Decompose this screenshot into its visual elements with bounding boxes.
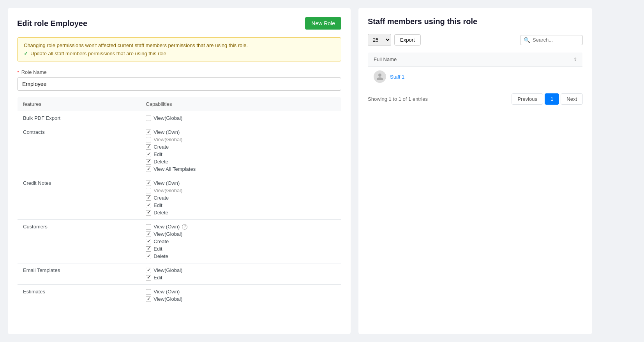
cap-label: Delete	[154, 159, 168, 165]
cap-checkbox[interactable]	[146, 116, 151, 121]
cap-checkbox[interactable]: ✓	[146, 232, 151, 237]
capability-cell: ✓View(Global)✓Edit	[140, 263, 341, 285]
cap-checkbox[interactable]: ✓	[146, 181, 151, 186]
cap-checkbox[interactable]: ✓	[146, 144, 151, 150]
cap-label: Create	[154, 144, 169, 150]
page-size-select[interactable]: 25 50 100	[368, 34, 391, 46]
check-icon: ✓	[147, 167, 150, 172]
check-icon: ✓	[147, 275, 150, 280]
check-icon: ✓	[147, 130, 150, 135]
cap-checkbox[interactable]: ✓	[146, 203, 151, 208]
table-row: Contracts✓View (Own)View(Global)✓Create✓…	[18, 125, 341, 176]
check-icon: ✓	[147, 210, 150, 215]
export-button[interactable]: Export	[394, 34, 421, 46]
cap-label: Delete	[154, 253, 168, 259]
page-title: Edit role Employee	[17, 19, 87, 28]
cap-checkbox[interactable]	[146, 188, 151, 193]
cap-item[interactable]: ✓View(Global)	[146, 231, 335, 237]
cap-checkbox[interactable]: ✓	[146, 195, 151, 201]
cap-checkbox[interactable]: ✓	[146, 159, 151, 165]
next-button[interactable]: Next	[561, 93, 583, 105]
alert-message: Changing role permissions won't affected…	[24, 42, 335, 48]
role-name-input[interactable]	[17, 77, 341, 91]
cap-label: View (Own)	[154, 289, 180, 295]
cap-item[interactable]: ✓Create	[146, 195, 335, 201]
cap-item[interactable]: ✓Edit	[146, 202, 335, 208]
cap-item[interactable]: ✓Edit	[146, 246, 335, 252]
cap-item[interactable]: ✓Create	[146, 144, 335, 150]
search-input[interactable]	[533, 37, 579, 43]
pagination-controls: Previous 1 Next	[512, 93, 583, 105]
feature-cell: Estimates	[18, 285, 141, 306]
cap-item[interactable]: ✓Delete	[146, 210, 335, 216]
staff-link[interactable]: Staff 1	[390, 74, 404, 80]
cap-item[interactable]: View (Own)	[146, 289, 335, 295]
check-icon: ✓	[147, 159, 150, 164]
cap-checkbox[interactable]: ✓	[146, 210, 151, 216]
pagination-row: Showing 1 to 1 of 1 entries Previous 1 N…	[368, 93, 583, 105]
cap-item[interactable]: ✓View(Global)	[146, 267, 335, 273]
panel-header: Edit role Employee New Role	[17, 17, 341, 30]
check-icon: ✓	[147, 152, 150, 157]
previous-button[interactable]: Previous	[512, 93, 543, 105]
cap-checkbox[interactable]: ✓	[146, 254, 151, 259]
cap-item[interactable]: ✓Delete	[146, 159, 335, 165]
cap-checkbox[interactable]	[146, 289, 151, 295]
new-role-button[interactable]: New Role	[305, 17, 341, 30]
check-icon: ✓	[147, 254, 150, 259]
check-icon: ✓	[147, 181, 150, 186]
cap-checkbox[interactable]: ✓	[146, 296, 151, 302]
cap-checkbox[interactable]: ✓	[146, 275, 151, 281]
cap-checkbox[interactable]: ✓	[146, 167, 151, 172]
sort-icon: ⇧	[573, 57, 577, 62]
cap-item[interactable]: ✓View All Templates	[146, 166, 335, 172]
cap-checkbox[interactable]: ✓	[146, 152, 151, 157]
search-icon: 🔍	[524, 37, 530, 43]
cap-item[interactable]: View(Global)	[146, 137, 335, 142]
cap-item[interactable]: ✓View(Global)	[146, 296, 335, 302]
capabilities-table: features Capabilities Bulk PDF ExportVie…	[17, 97, 341, 306]
cap-checkbox[interactable]: ✓	[146, 268, 151, 273]
cap-item[interactable]: View(Global)	[146, 188, 335, 193]
cap-label: View(Global)	[154, 188, 182, 193]
table-row: Staff 1	[368, 67, 583, 87]
staff-table: Full Name ⇧ Staff 1	[368, 52, 583, 87]
capability-cell: View (Own)?✓View(Global)✓Create✓Edit✓Del…	[140, 220, 341, 263]
cap-label: Edit	[154, 202, 162, 208]
cap-item[interactable]: ✓View (Own)	[146, 180, 335, 186]
capability-cell: ✓View (Own)View(Global)✓Create✓Edit✓Dele…	[140, 176, 341, 220]
alert-checkbox-row[interactable]: ✓ Update all staff members permissions t…	[24, 51, 335, 56]
cap-checkbox[interactable]: ✓	[146, 130, 151, 135]
current-page-button[interactable]: 1	[545, 93, 559, 105]
alert-box: Changing role permissions won't affected…	[17, 37, 341, 61]
required-star: *	[17, 69, 19, 75]
feature-cell: Customers	[18, 220, 141, 263]
cap-item[interactable]: View(Global)	[146, 115, 335, 121]
cap-checkbox[interactable]: ✓	[146, 246, 151, 252]
cap-label: View(Global)	[154, 296, 182, 302]
pagination-info: Showing 1 to 1 of 1 entries	[368, 96, 428, 102]
cap-item[interactable]: ✓Delete	[146, 253, 335, 259]
col-full-name: Full Name ⇧	[368, 53, 583, 67]
check-icon: ✓	[147, 246, 150, 251]
cap-item[interactable]: View (Own)?	[146, 224, 335, 230]
col-capabilities: Capabilities	[140, 97, 341, 111]
cap-label: View (Own)	[154, 224, 180, 230]
feature-cell: Email Templates	[18, 263, 141, 285]
cap-item[interactable]: ✓Edit	[146, 275, 335, 281]
cap-label: Create	[154, 239, 169, 244]
cap-item[interactable]: ✓Create	[146, 239, 335, 244]
staff-name-cell: Staff 1	[368, 67, 583, 87]
cap-checkbox[interactable]	[146, 224, 151, 230]
cap-checkbox[interactable]	[146, 137, 151, 142]
check-icon: ✓	[147, 239, 150, 244]
cap-checkbox[interactable]: ✓	[146, 239, 151, 244]
cap-label: View All Templates	[154, 166, 196, 172]
cap-item[interactable]: ✓Edit	[146, 151, 335, 157]
table-row: EstimatesView (Own)✓View(Global)	[18, 285, 341, 306]
cap-item[interactable]: ✓View (Own)	[146, 129, 335, 135]
check-icon: ✓	[147, 268, 150, 273]
table-row: CustomersView (Own)?✓View(Global)✓Create…	[18, 220, 341, 263]
info-icon[interactable]: ?	[182, 224, 187, 230]
cap-label: Edit	[154, 246, 162, 252]
